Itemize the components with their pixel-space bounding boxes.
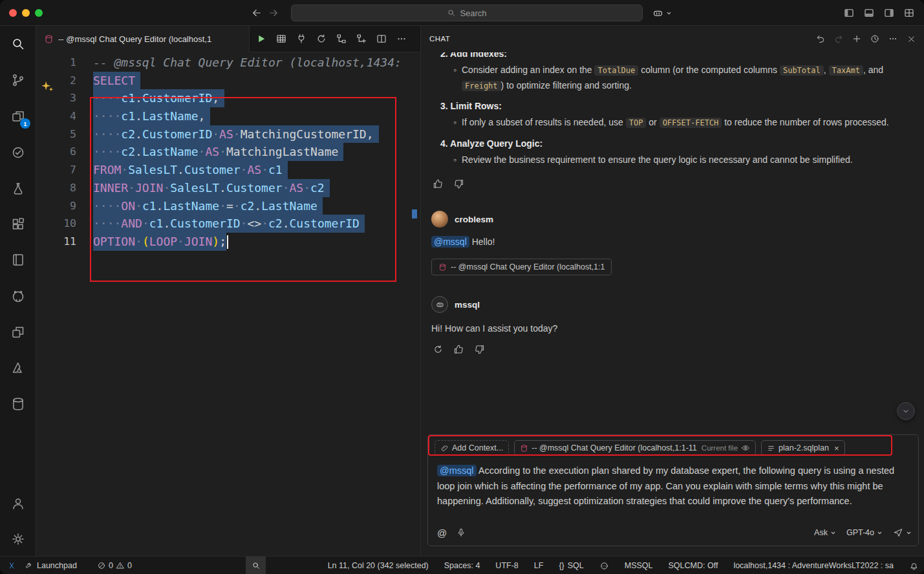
send-icon: [893, 527, 903, 538]
zoom-button[interactable]: [246, 557, 266, 574]
sidebar-item-sql-tools[interactable]: [3, 388, 34, 420]
sidebar-item-workspaces[interactable]: [3, 317, 34, 348]
sidebar-item-accounts[interactable]: [3, 488, 34, 519]
customize-layout-icon[interactable]: [903, 7, 915, 19]
toggle-secondary-sidebar-icon[interactable]: [883, 7, 895, 19]
thumbs-down-icon[interactable]: [473, 343, 486, 356]
sidebar-item-azure[interactable]: [3, 352, 34, 383]
sidebar-item-remote-explorer[interactable]: 1: [3, 101, 34, 132]
assistant-list: 2. Add Indexes:◦Consider adding an index…: [431, 52, 914, 167]
change-connection-button[interactable]: [315, 32, 328, 45]
add-context-button[interactable]: Add Context...: [435, 440, 509, 456]
language-status[interactable]: {}SQL: [559, 561, 583, 570]
history-icon[interactable]: [868, 32, 882, 46]
send-button[interactable]: [893, 527, 912, 538]
search-placeholder: Search: [460, 8, 486, 18]
remove-attachment-icon[interactable]: ×: [834, 443, 839, 453]
more-actions-button[interactable]: [395, 32, 408, 45]
list-item-heading: 2. Add Indexes:: [431, 52, 914, 61]
current-file-chip[interactable]: -- @mssql Chat Query Editor (localhost,1…: [514, 440, 756, 456]
launchpad-status-item[interactable]: Launchpad: [25, 557, 77, 574]
macos-zoom-button[interactable]: [35, 9, 43, 17]
microphone-icon[interactable]: [456, 527, 466, 538]
model-picker[interactable]: GPT-4o: [846, 528, 883, 537]
encoding-status[interactable]: UTF-8: [495, 561, 518, 570]
sidebar-item-experiments[interactable]: [3, 173, 34, 204]
remote-indicator[interactable]: [6, 557, 17, 574]
thumbs-up-icon[interactable]: [452, 343, 465, 356]
indentation-status[interactable]: Spaces: 4: [444, 561, 480, 570]
cursor-position-status[interactable]: Ln 11, Col 20 (342 selected): [328, 561, 429, 570]
mode-picker[interactable]: Ask: [814, 528, 836, 537]
editor-tab[interactable]: -- @mssql Chat Query Editor (localhost,1: [36, 26, 250, 52]
line-number: 10: [36, 215, 93, 233]
plan-file-chip[interactable]: plan-2.sqlplan ×: [761, 440, 844, 456]
toggle-sidebar-icon[interactable]: [843, 7, 855, 19]
new-chat-icon[interactable]: [850, 32, 864, 46]
problems-status-item[interactable]: 0 0: [97, 557, 132, 574]
input-text-content: According to the execution plan shared b…: [437, 465, 894, 506]
regenerate-icon[interactable]: [431, 343, 444, 356]
results-grid-button[interactable]: [275, 32, 288, 45]
mention-chip[interactable]: @mssql: [437, 465, 477, 476]
command-center-search[interactable]: Search: [291, 5, 643, 21]
scroll-to-bottom-button[interactable]: [897, 402, 915, 420]
thumbs-up-icon[interactable]: [431, 177, 444, 190]
chat-input-text[interactable]: @mssql According to the execution plan s…: [437, 463, 910, 509]
sidebar-item-search[interactable]: [3, 28, 34, 59]
check-circle-icon: [10, 145, 26, 160]
attached-file-chip[interactable]: -- @mssql Chat Query Editor (localhost,1…: [431, 259, 612, 275]
eol-status[interactable]: LF: [534, 561, 544, 570]
actual-plan-button[interactable]: [355, 32, 368, 45]
sidebar-item-testing[interactable]: [3, 137, 34, 168]
undo-icon[interactable]: [813, 32, 828, 46]
sidebar-item-github[interactable]: [3, 281, 34, 312]
code-line: 2SELECT: [36, 72, 420, 90]
connection-status[interactable]: localhost,1434 : AdventureWorksLT2022 : …: [733, 561, 894, 570]
mention-context-icon[interactable]: @: [437, 527, 447, 538]
mention-chip[interactable]: @mssql: [431, 236, 469, 248]
code-editor[interactable]: 1-- @mssql Chat Query Editor (localhost,…: [36, 52, 420, 556]
status-bar: Launchpad 0 0 Ln 11, Col 20 (342 selecte…: [0, 556, 924, 574]
mssql-status[interactable]: MSSQL: [625, 561, 653, 570]
titlebar: Search: [0, 0, 924, 26]
forward-button[interactable]: [266, 6, 281, 20]
sidebar-item-settings[interactable]: [3, 524, 34, 555]
flask-icon: [10, 181, 26, 197]
line-number: 4: [36, 107, 93, 125]
chevron-down-icon: [906, 530, 912, 536]
copilot-status[interactable]: [599, 561, 609, 571]
thumbs-down-icon[interactable]: [452, 177, 465, 190]
sidebar-item-source-control[interactable]: [3, 65, 34, 96]
error-icon: [97, 561, 106, 570]
database-icon: [10, 396, 26, 412]
toggle-panel-icon[interactable]: [863, 7, 875, 19]
file-lines-icon: [767, 444, 775, 452]
assistant-message-actions: [431, 343, 914, 356]
database-file-icon: [44, 34, 54, 44]
close-icon[interactable]: [904, 32, 918, 46]
chat-input-box[interactable]: Add Context... -- @mssql Chat Query Edit…: [427, 434, 919, 546]
model-label: GPT-4o: [846, 528, 874, 537]
estimated-plan-button[interactable]: [335, 32, 348, 45]
copilot-sparkle-icon[interactable]: [40, 80, 54, 94]
editor-group: -- @mssql Chat Query Editor (localhost,1…: [36, 26, 420, 556]
code-line: 4····c1.LastName,: [36, 107, 420, 125]
list-item-bullet: ◦If only a subset of results is needed, …: [431, 115, 914, 131]
back-button[interactable]: [250, 6, 264, 20]
macos-close-button[interactable]: [9, 9, 17, 17]
sidebar-item-extensions[interactable]: [3, 209, 34, 240]
macos-minimize-button[interactable]: [22, 9, 30, 17]
copilot-titlebar-button[interactable]: [652, 6, 672, 20]
run-query-button[interactable]: [255, 32, 268, 45]
more-icon[interactable]: [886, 32, 900, 46]
connect-button[interactable]: [295, 32, 308, 45]
split-editor-button[interactable]: [375, 32, 388, 45]
copilot-icon: [652, 7, 664, 19]
sidebar-item-docs[interactable]: [3, 244, 34, 275]
notifications-bell[interactable]: [909, 561, 919, 571]
redo-icon[interactable]: [832, 32, 846, 46]
eye-icon[interactable]: [741, 443, 750, 452]
sqlcmd-status[interactable]: SQLCMD: Off: [669, 561, 718, 570]
attachment-label: -- @mssql Chat Query Editor (localhost,1…: [451, 262, 605, 271]
